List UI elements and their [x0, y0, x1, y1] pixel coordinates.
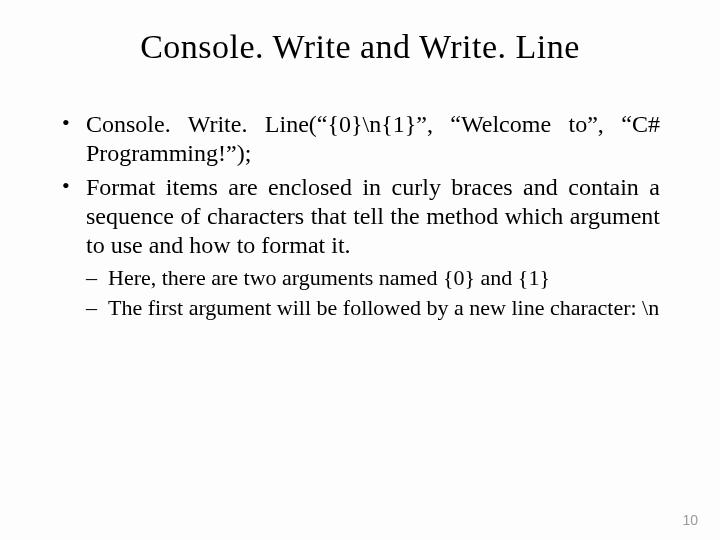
- bullet-item-0: Console. Write. Line(“{0}\n{1}”, “Welcom…: [60, 110, 660, 169]
- bullet-item-1: Format items are enclosed in curly brace…: [60, 173, 660, 261]
- slide-title: Console. Write and Write. Line: [60, 28, 660, 66]
- sub-item-0: Here, there are two arguments named {0} …: [86, 264, 660, 291]
- page-number: 10: [682, 512, 698, 528]
- sub-item-1: The first argument will be followed by a…: [86, 294, 660, 321]
- main-bullet-list: Console. Write. Line(“{0}\n{1}”, “Welcom…: [60, 110, 660, 260]
- sub-bullet-list: Here, there are two arguments named {0} …: [60, 264, 660, 321]
